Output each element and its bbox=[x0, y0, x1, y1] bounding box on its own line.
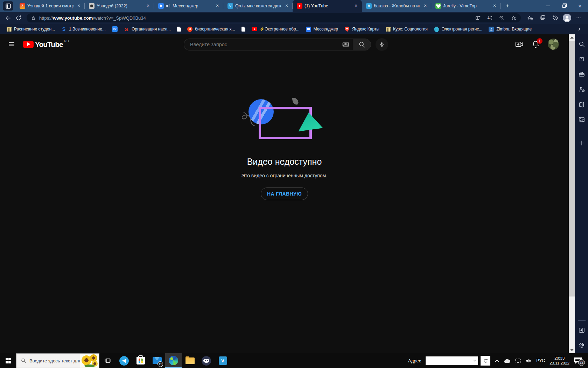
tab-close-icon[interactable]: × bbox=[284, 3, 290, 9]
taskbar-discord-button[interactable] bbox=[198, 353, 215, 368]
bookmark-messenger[interactable]: Мессенджер bbox=[303, 26, 341, 33]
go-home-button[interactable]: НА ГЛАВНУЮ bbox=[261, 188, 308, 200]
youtube-search-button[interactable] bbox=[353, 39, 371, 50]
sidebar-image-search-button[interactable] bbox=[578, 116, 586, 123]
new-tab-button[interactable]: + bbox=[503, 1, 512, 11]
document-icon bbox=[177, 27, 181, 32]
youtube-wordmark: YouTube bbox=[35, 40, 63, 49]
error-illustration bbox=[243, 98, 327, 141]
tab-close-icon[interactable]: × bbox=[353, 3, 359, 9]
edge-sidebar bbox=[575, 34, 588, 353]
tray-language-indicator[interactable]: РУС bbox=[536, 358, 545, 363]
address-toolbar-input[interactable] bbox=[426, 356, 478, 365]
window-restore-button[interactable] bbox=[556, 0, 572, 12]
history-button[interactable] bbox=[550, 13, 561, 23]
refresh-button[interactable] bbox=[13, 13, 24, 23]
tab-close-icon[interactable]: × bbox=[145, 3, 151, 9]
favorites-button[interactable] bbox=[525, 13, 536, 23]
bookmark-registratura[interactable]: Электронная регис... bbox=[431, 26, 485, 33]
sidebar-search-button[interactable] bbox=[578, 40, 586, 48]
zoom-out-button[interactable] bbox=[496, 13, 507, 23]
bookmark-organizacia[interactable]: SОрганизация насл... bbox=[121, 26, 174, 33]
browser-viewport: YouTube RU bbox=[0, 34, 588, 353]
address-bar[interactable]: https://www.youtube.com/watch?v=_SpWQD0B… bbox=[27, 13, 521, 22]
sidebar-office-button[interactable] bbox=[578, 101, 586, 108]
tray-clock[interactable]: 20:33 23.11.2022 bbox=[550, 356, 569, 366]
youtube-search-field[interactable] bbox=[184, 39, 353, 50]
tray-onedrive-icon[interactable] bbox=[504, 359, 511, 363]
sidebar-divider bbox=[578, 320, 586, 321]
tray-volume-icon[interactable] bbox=[526, 358, 532, 363]
youtube-voice-search-button[interactable] bbox=[376, 38, 388, 51]
back-button[interactable] bbox=[3, 13, 13, 23]
sidebar-tools-button[interactable] bbox=[578, 70, 586, 78]
bookmark-document-2[interactable] bbox=[238, 26, 248, 33]
bookmark-bioorganic[interactable]: Ябиоорганическая х... bbox=[184, 26, 238, 33]
address-refresh-button[interactable] bbox=[481, 356, 490, 366]
page-scrollbar[interactable] bbox=[569, 34, 575, 353]
lock-icon[interactable] bbox=[31, 15, 36, 21]
taskbar-edge-button[interactable] bbox=[165, 353, 182, 368]
browser-menu-button[interactable] bbox=[573, 13, 584, 23]
window-close-button[interactable]: × bbox=[572, 0, 588, 12]
tab-close-icon[interactable]: × bbox=[76, 3, 82, 9]
bookmark-vk[interactable]: VK bbox=[109, 25, 121, 33]
youtube-search-input[interactable] bbox=[190, 42, 342, 47]
url-text[interactable]: https://www.youtube.com/watch?v=_SpWQD0B… bbox=[39, 15, 472, 21]
scrollbar-up-arrow[interactable] bbox=[570, 36, 574, 39]
bookmark-zimbra[interactable]: ZZimbra: Входящие bbox=[485, 26, 535, 33]
browser-tab-jureily[interactable]: Jureily - VimeTop × bbox=[431, 0, 500, 12]
collections-button[interactable] bbox=[538, 13, 548, 23]
tray-hidden-icons-chevron[interactable] bbox=[495, 359, 499, 362]
browser-tab-messenger[interactable]: Мессенджер × bbox=[154, 0, 223, 12]
sidebar-settings-button[interactable] bbox=[578, 341, 586, 349]
add-favorite-button[interactable] bbox=[508, 13, 519, 23]
bookmark-raspisanie[interactable]: Расписание студен... bbox=[4, 26, 58, 33]
sidebar-add-button[interactable] bbox=[578, 139, 586, 147]
browser-tab-bagauz[interactable]: V багаюз - Жалобы на игр × bbox=[362, 0, 431, 12]
bookmark-label: Расписание студен... bbox=[14, 27, 55, 32]
start-button[interactable] bbox=[0, 353, 16, 368]
bookmark-document-1[interactable] bbox=[174, 26, 184, 33]
read-aloud-button[interactable]: A bbox=[484, 13, 495, 23]
bookmark-ekstrennoe[interactable]: ⚡Экстренное обр... bbox=[248, 26, 303, 33]
youtube-notifications-button[interactable]: 1 bbox=[531, 40, 540, 49]
scrollbar-thumb[interactable] bbox=[569, 41, 575, 297]
browser-tab-youtube-active[interactable]: (1) YouTube × bbox=[293, 0, 362, 12]
youtube-account-avatar[interactable] bbox=[548, 39, 559, 50]
tray-notifications-button[interactable]: 22 bbox=[574, 357, 582, 364]
bookmark-yandex-maps[interactable]: Яндекс Карты bbox=[341, 26, 383, 33]
taskbar-search-box[interactable]: Введите здесь текст для поиска bbox=[16, 353, 99, 368]
speaker-icon bbox=[526, 358, 532, 363]
youtube-create-button[interactable] bbox=[515, 40, 524, 49]
edge-browser-icon bbox=[169, 356, 178, 365]
bookmark-vozniknovenie[interactable]: S1.Возникновение... bbox=[58, 26, 109, 33]
bookmark-sociologia[interactable]: Курс: Социология bbox=[383, 26, 431, 33]
browser-profile-avatar[interactable] bbox=[563, 14, 571, 22]
sidebar-games-button[interactable] bbox=[578, 86, 586, 93]
sidebar-open-panel-button[interactable] bbox=[578, 326, 586, 334]
taskbar-telegram-button[interactable] bbox=[116, 353, 132, 368]
browser-tab-wednesday-2022[interactable]: Уэнсдэй (2022) × bbox=[85, 0, 154, 12]
tab-audio-icon[interactable] bbox=[166, 4, 170, 8]
sidebar-shopping-button[interactable] bbox=[578, 55, 586, 63]
tab-close-icon[interactable]: × bbox=[214, 3, 220, 9]
tray-screen-clip-icon[interactable] bbox=[515, 358, 521, 363]
taskbar-explorer-button[interactable] bbox=[182, 353, 198, 368]
taskbar-mail-button[interactable]: 11 bbox=[149, 353, 165, 368]
youtube-logo[interactable]: YouTube RU bbox=[23, 40, 69, 49]
youtube-menu-button[interactable] bbox=[8, 40, 15, 48]
taskbar-vimeworld-button[interactable]: V bbox=[215, 353, 231, 368]
browser-tab-wednesday-series[interactable]: Z Уэнздей 1 серия смотре × bbox=[15, 0, 85, 12]
tab-close-icon[interactable]: × bbox=[422, 3, 428, 9]
split-screen-button[interactable] bbox=[472, 13, 483, 23]
scrollbar-down-arrow[interactable] bbox=[570, 349, 574, 351]
window-minimize-button[interactable] bbox=[540, 0, 556, 12]
vertical-tabs-button[interactable] bbox=[3, 1, 13, 11]
tab-close-icon[interactable]: × bbox=[491, 3, 498, 9]
bookmarks-overflow-chevron[interactable] bbox=[574, 26, 584, 32]
keyboard-icon[interactable] bbox=[342, 42, 349, 47]
taskbar-store-button[interactable] bbox=[132, 353, 149, 368]
browser-tab-qruiz[interactable]: V Qruiz мне кажется даже × bbox=[223, 0, 293, 12]
task-view-button[interactable] bbox=[99, 353, 116, 368]
